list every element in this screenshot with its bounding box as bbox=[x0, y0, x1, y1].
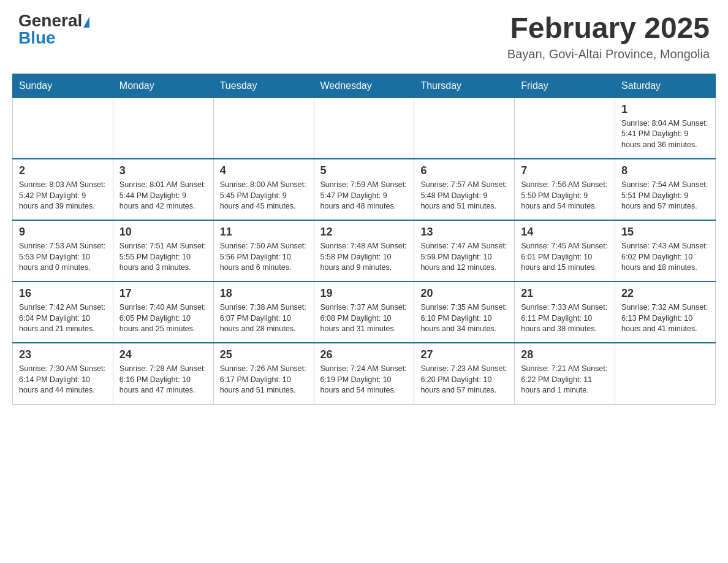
day-info: Sunrise: 7:51 AM Sunset: 5:55 PM Dayligh… bbox=[119, 241, 207, 274]
day-number: 3 bbox=[119, 164, 207, 177]
day-info: Sunrise: 7:48 AM Sunset: 5:58 PM Dayligh… bbox=[320, 241, 408, 274]
table-row: 16Sunrise: 7:42 AM Sunset: 6:04 PM Dayli… bbox=[13, 282, 113, 343]
table-row: 19Sunrise: 7:37 AM Sunset: 6:08 PM Dayli… bbox=[314, 282, 414, 343]
day-info: Sunrise: 7:54 AM Sunset: 5:51 PM Dayligh… bbox=[621, 180, 709, 212]
day-info: Sunrise: 7:28 AM Sunset: 6:16 PM Dayligh… bbox=[119, 364, 207, 396]
day-info: Sunrise: 7:45 AM Sunset: 6:01 PM Dayligh… bbox=[521, 241, 609, 274]
day-info: Sunrise: 7:21 AM Sunset: 6:22 PM Dayligh… bbox=[521, 364, 609, 396]
logo: General Blue bbox=[18, 12, 89, 47]
day-number: 28 bbox=[521, 348, 609, 361]
calendar-week-row: 1Sunrise: 8:04 AM Sunset: 5:41 PM Daylig… bbox=[13, 98, 716, 159]
table-row bbox=[515, 98, 615, 159]
table-row: 13Sunrise: 7:47 AM Sunset: 5:59 PM Dayli… bbox=[414, 220, 515, 282]
day-number: 8 bbox=[621, 164, 709, 177]
day-number: 4 bbox=[220, 164, 308, 177]
table-row bbox=[314, 98, 414, 159]
calendar-week-row: 23Sunrise: 7:30 AM Sunset: 6:14 PM Dayli… bbox=[13, 343, 716, 404]
table-row: 3Sunrise: 8:01 AM Sunset: 5:44 PM Daylig… bbox=[113, 159, 213, 220]
day-info: Sunrise: 7:35 AM Sunset: 6:10 PM Dayligh… bbox=[420, 302, 508, 335]
table-row: 6Sunrise: 7:57 AM Sunset: 5:48 PM Daylig… bbox=[414, 159, 515, 220]
table-row: 4Sunrise: 8:00 AM Sunset: 5:45 PM Daylig… bbox=[213, 159, 314, 220]
table-row: 22Sunrise: 7:32 AM Sunset: 6:13 PM Dayli… bbox=[615, 282, 716, 343]
table-row: 8Sunrise: 7:54 AM Sunset: 5:51 PM Daylig… bbox=[615, 159, 716, 220]
day-info: Sunrise: 7:56 AM Sunset: 5:50 PM Dayligh… bbox=[521, 180, 609, 212]
table-row: 27Sunrise: 7:23 AM Sunset: 6:20 PM Dayli… bbox=[414, 343, 515, 404]
title-section: February 2025 Bayan, Govi-Altai Province… bbox=[507, 12, 710, 61]
table-row: 9Sunrise: 7:53 AM Sunset: 5:53 PM Daylig… bbox=[13, 220, 113, 282]
day-info: Sunrise: 7:50 AM Sunset: 5:56 PM Dayligh… bbox=[220, 241, 308, 274]
day-number: 17 bbox=[119, 287, 207, 300]
table-row: 7Sunrise: 7:56 AM Sunset: 5:50 PM Daylig… bbox=[515, 159, 615, 220]
location: Bayan, Govi-Altai Province, Mongolia bbox=[507, 47, 710, 61]
weekday-header-row: Sunday Monday Tuesday Wednesday Thursday… bbox=[13, 74, 716, 98]
day-info: Sunrise: 7:43 AM Sunset: 6:02 PM Dayligh… bbox=[621, 241, 709, 274]
table-row: 1Sunrise: 8:04 AM Sunset: 5:41 PM Daylig… bbox=[615, 98, 716, 159]
day-info: Sunrise: 7:32 AM Sunset: 6:13 PM Dayligh… bbox=[621, 302, 709, 335]
header-saturday: Saturday bbox=[615, 74, 716, 98]
day-number: 26 bbox=[320, 348, 408, 361]
logo-triangle-icon bbox=[83, 17, 89, 28]
day-number: 27 bbox=[420, 348, 508, 361]
table-row: 25Sunrise: 7:26 AM Sunset: 6:17 PM Dayli… bbox=[213, 343, 314, 404]
header-tuesday: Tuesday bbox=[213, 74, 314, 98]
day-info: Sunrise: 7:23 AM Sunset: 6:20 PM Dayligh… bbox=[420, 364, 508, 396]
month-title: February 2025 bbox=[507, 12, 710, 45]
calendar-week-row: 16Sunrise: 7:42 AM Sunset: 6:04 PM Dayli… bbox=[13, 282, 716, 343]
table-row bbox=[414, 98, 515, 159]
day-number: 10 bbox=[119, 226, 207, 239]
day-info: Sunrise: 7:57 AM Sunset: 5:48 PM Dayligh… bbox=[420, 180, 508, 212]
table-row: 10Sunrise: 7:51 AM Sunset: 5:55 PM Dayli… bbox=[113, 220, 213, 282]
table-row: 18Sunrise: 7:38 AM Sunset: 6:07 PM Dayli… bbox=[213, 282, 314, 343]
table-row: 5Sunrise: 7:59 AM Sunset: 5:47 PM Daylig… bbox=[314, 159, 414, 220]
table-row: 15Sunrise: 7:43 AM Sunset: 6:02 PM Dayli… bbox=[615, 220, 716, 282]
table-row: 23Sunrise: 7:30 AM Sunset: 6:14 PM Dayli… bbox=[13, 343, 113, 404]
logo-text: General bbox=[18, 12, 89, 29]
table-row: 2Sunrise: 8:03 AM Sunset: 5:42 PM Daylig… bbox=[13, 159, 113, 220]
day-info: Sunrise: 8:03 AM Sunset: 5:42 PM Dayligh… bbox=[19, 180, 107, 212]
day-number: 21 bbox=[521, 287, 609, 300]
table-row: 21Sunrise: 7:33 AM Sunset: 6:11 PM Dayli… bbox=[515, 282, 615, 343]
day-info: Sunrise: 7:37 AM Sunset: 6:08 PM Dayligh… bbox=[320, 302, 408, 335]
table-row bbox=[213, 98, 314, 159]
day-number: 15 bbox=[621, 226, 709, 239]
day-info: Sunrise: 8:00 AM Sunset: 5:45 PM Dayligh… bbox=[220, 180, 308, 212]
day-info: Sunrise: 7:24 AM Sunset: 6:19 PM Dayligh… bbox=[320, 364, 408, 396]
day-number: 5 bbox=[320, 164, 408, 177]
page-header: General Blue February 2025 Bayan, Govi-A… bbox=[0, 0, 728, 67]
header-thursday: Thursday bbox=[414, 74, 515, 98]
day-info: Sunrise: 7:40 AM Sunset: 6:05 PM Dayligh… bbox=[119, 302, 207, 335]
day-number: 24 bbox=[119, 348, 207, 361]
header-sunday: Sunday bbox=[13, 74, 113, 98]
day-info: Sunrise: 7:33 AM Sunset: 6:11 PM Dayligh… bbox=[521, 302, 609, 335]
day-info: Sunrise: 7:53 AM Sunset: 5:53 PM Dayligh… bbox=[19, 241, 107, 274]
header-friday: Friday bbox=[515, 74, 615, 98]
day-info: Sunrise: 7:30 AM Sunset: 6:14 PM Dayligh… bbox=[19, 364, 107, 396]
day-number: 16 bbox=[19, 287, 107, 300]
day-info: Sunrise: 8:04 AM Sunset: 5:41 PM Dayligh… bbox=[621, 118, 709, 151]
day-info: Sunrise: 7:47 AM Sunset: 5:59 PM Dayligh… bbox=[420, 241, 508, 274]
table-row: 26Sunrise: 7:24 AM Sunset: 6:19 PM Dayli… bbox=[314, 343, 414, 404]
logo-general: General bbox=[18, 11, 82, 30]
table-row: 20Sunrise: 7:35 AM Sunset: 6:10 PM Dayli… bbox=[414, 282, 515, 343]
day-info: Sunrise: 7:38 AM Sunset: 6:07 PM Dayligh… bbox=[220, 302, 308, 335]
day-number: 23 bbox=[19, 348, 107, 361]
day-number: 1 bbox=[621, 103, 709, 116]
day-number: 9 bbox=[19, 226, 107, 239]
logo-blue: Blue bbox=[18, 29, 56, 47]
header-wednesday: Wednesday bbox=[314, 74, 414, 98]
day-info: Sunrise: 7:42 AM Sunset: 6:04 PM Dayligh… bbox=[19, 302, 107, 335]
day-number: 22 bbox=[621, 287, 709, 300]
header-monday: Monday bbox=[113, 74, 213, 98]
calendar-table: Sunday Monday Tuesday Wednesday Thursday… bbox=[12, 74, 716, 405]
day-number: 7 bbox=[521, 164, 609, 177]
day-number: 11 bbox=[220, 226, 308, 239]
day-number: 13 bbox=[420, 226, 508, 239]
day-number: 19 bbox=[320, 287, 408, 300]
table-row: 24Sunrise: 7:28 AM Sunset: 6:16 PM Dayli… bbox=[113, 343, 213, 404]
table-row bbox=[13, 98, 113, 159]
table-row: 28Sunrise: 7:21 AM Sunset: 6:22 PM Dayli… bbox=[515, 343, 615, 404]
calendar-week-row: 9Sunrise: 7:53 AM Sunset: 5:53 PM Daylig… bbox=[13, 220, 716, 282]
day-number: 6 bbox=[420, 164, 508, 177]
table-row bbox=[113, 98, 213, 159]
calendar-week-row: 2Sunrise: 8:03 AM Sunset: 5:42 PM Daylig… bbox=[13, 159, 716, 220]
